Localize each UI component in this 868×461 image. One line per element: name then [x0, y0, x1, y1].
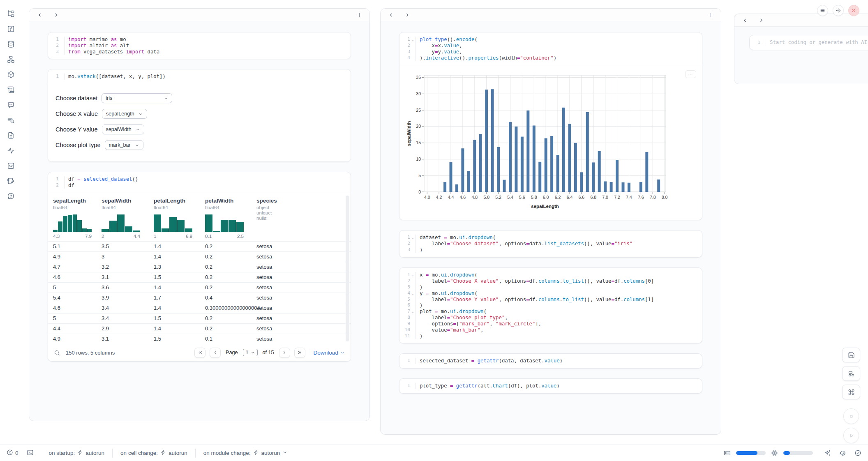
cell-editor[interactable]: 1⌄dataset = mo.ui.dropdown(2 label="Choo… — [399, 230, 702, 257]
code-line: dataset = mo.ui.dropdown( — [416, 235, 698, 241]
on-cell-change-setting[interactable]: on cell change: autorun — [113, 449, 195, 456]
cell-editor[interactable]: 1df = selected_dataset()2df — [48, 172, 351, 193]
sidebar-bot-message-icon[interactable] — [7, 101, 15, 109]
altair-chart-output[interactable]: 4.04.24.44.64.85.05.25.45.65.86.06.26.46… — [399, 65, 702, 220]
command-palette-button[interactable] — [842, 385, 860, 399]
sidebar-activity-icon[interactable] — [7, 146, 15, 154]
on-module-change-setting[interactable]: on module change: autorun — [196, 449, 295, 456]
line-number: 10 — [399, 327, 410, 333]
fold-toggle[interactable]: ⌄ — [410, 309, 416, 315]
table-row[interactable]: 4.931.40.2setosa — [48, 251, 351, 262]
menu-button[interactable] — [817, 5, 828, 16]
settings-button[interactable] — [833, 5, 844, 16]
sidebar-help-circle-icon[interactable] — [7, 192, 15, 200]
dataset-select[interactable]: iris — [102, 93, 172, 103]
fold-toggle[interactable]: ⌄ — [410, 290, 416, 297]
column-back-button[interactable] — [387, 11, 395, 18]
column-header-petalWidth[interactable]: petalWidthfloat640.12.5 — [200, 193, 252, 242]
table-cell: 0.4 — [200, 293, 252, 303]
layout-button[interactable] — [842, 366, 860, 381]
fold-toggle[interactable]: ⌄ — [410, 37, 416, 43]
cell-editor[interactable]: 1⌄plot_type().encode(2 x=x.value,3 y=y.v… — [399, 32, 702, 65]
add-cell-button[interactable] — [356, 11, 363, 18]
fold-toggle — [59, 43, 64, 49]
sidebar-file-text-icon[interactable] — [7, 131, 15, 139]
sidebar-database-icon[interactable] — [7, 40, 15, 48]
previous-page-button[interactable] — [210, 348, 221, 358]
fold-toggle — [410, 278, 416, 284]
stop-button[interactable] — [843, 408, 859, 424]
ai-sparkles-button[interactable] — [824, 449, 831, 456]
table-row[interactable]: 53.61.40.2setosa — [48, 282, 351, 293]
column-header-sepalLength[interactable]: sepalLengthfloat644.37.9 — [48, 193, 97, 242]
empty-cell-editor[interactable]: 1Start coding or generate with AI — [750, 35, 868, 50]
column-histogram[interactable] — [154, 214, 192, 232]
column-dtype: float64 — [205, 205, 247, 210]
dataset-label: Choose dataset — [55, 95, 97, 101]
sidebar-text-search-icon[interactable] — [7, 116, 15, 124]
connection-status-icon[interactable] — [854, 449, 861, 456]
add-cell-button[interactable] — [707, 11, 714, 18]
run-button[interactable] — [843, 428, 859, 443]
table-row[interactable]: 4.63.11.50.2setosa — [48, 272, 351, 282]
next-page-button[interactable] — [279, 348, 290, 358]
cell-editor[interactable]: 1⌄x = mo.ui.dropdown(2 label="Choose X v… — [399, 268, 702, 343]
table-row[interactable]: 4.73.21.30.2setosa — [48, 262, 351, 272]
plot-type-select[interactable]: mark_bar — [105, 140, 143, 150]
fold-toggle — [410, 284, 416, 290]
first-page-button[interactable] — [194, 348, 205, 358]
cell-editor[interactable]: 1plot_type = getattr(alt.Chart(df), plot… — [399, 379, 702, 393]
last-page-button[interactable] — [294, 348, 305, 358]
column-histogram[interactable] — [53, 214, 92, 232]
table-cell: 4.9 — [48, 251, 97, 262]
generate-with-ai-link[interactable]: generate — [818, 39, 843, 45]
sidebar-scroll-text-icon[interactable] — [7, 85, 15, 94]
sidebar-package-icon[interactable] — [7, 70, 15, 78]
table-cell: setosa — [252, 334, 351, 344]
cell-editor[interactable]: 1selected_dataset = getattr(data, datase… — [399, 354, 702, 368]
column-back-button[interactable] — [36, 11, 43, 18]
table-row[interactable]: 53.41.50.2setosa — [48, 313, 351, 323]
table-row[interactable]: 4.63.41.40.30000000000000004setosa — [48, 303, 351, 313]
column-header-sepalWidth[interactable]: sepalWidthfloat6424.4 — [97, 193, 149, 242]
sidebar-workflow-icon[interactable] — [7, 55, 15, 63]
table-row[interactable]: 4.93.11.50.1setosa — [48, 334, 351, 344]
terminal-button[interactable] — [27, 449, 34, 457]
sidebar-file-tree-icon[interactable] — [7, 9, 15, 18]
sidebar-code-square-icon[interactable] — [7, 161, 15, 170]
table-row[interactable]: 5.43.91.70.4setosa — [48, 293, 351, 303]
page-number-select[interactable]: 1 — [243, 349, 258, 356]
download-button[interactable]: Download — [314, 350, 345, 356]
cell-editor[interactable]: 1mo.vstack([dataset, x, y, plot]) — [48, 69, 351, 84]
fold-toggle[interactable]: ⌄ — [410, 235, 416, 241]
column-header-petalLength[interactable]: petalLengthfloat6416.9 — [149, 193, 200, 242]
table-row[interactable]: 4.42.91.40.2setosa — [48, 323, 351, 334]
column-forward-button[interactable] — [404, 11, 411, 18]
line-number: 1 — [399, 235, 410, 241]
chat-bot-button[interactable] — [839, 449, 846, 456]
x-value-select[interactable]: sepalLength — [102, 109, 147, 119]
column-name: sepalWidth — [102, 198, 144, 204]
sidebar-function-square-icon[interactable] — [7, 25, 15, 33]
cell-editor[interactable]: 1import marimo as mo2import altair as al… — [48, 32, 351, 59]
table-row[interactable]: 5.13.51.40.2setosa — [48, 241, 351, 251]
fold-toggle[interactable]: ⌄ — [410, 272, 416, 278]
y-value-select[interactable]: sepalWidth — [102, 124, 144, 134]
chart-menu-button[interactable]: ⋯ — [685, 70, 696, 78]
error-count-indicator[interactable]: 0 — [7, 449, 18, 457]
column-header-species[interactable]: speciesobjectunique:nulls: — [252, 193, 351, 242]
column-forward-button[interactable] — [52, 11, 60, 18]
search-icon[interactable] — [54, 350, 60, 356]
on-startup-setting[interactable]: on startup: autorun — [41, 449, 113, 456]
column-forward-button[interactable] — [757, 16, 765, 24]
close-button[interactable] — [848, 5, 859, 16]
fold-toggle — [59, 176, 64, 182]
cpu-usage-meter — [783, 451, 813, 455]
column-histogram[interactable] — [205, 214, 244, 232]
column-histogram[interactable] — [102, 214, 140, 232]
row-count-summary: 150 rows, 5 columns — [66, 350, 115, 356]
column-back-button[interactable] — [741, 16, 748, 24]
sidebar-notebook-pen-icon[interactable] — [7, 177, 15, 185]
table-scrollbar[interactable] — [346, 196, 349, 341]
save-button[interactable] — [842, 348, 860, 362]
